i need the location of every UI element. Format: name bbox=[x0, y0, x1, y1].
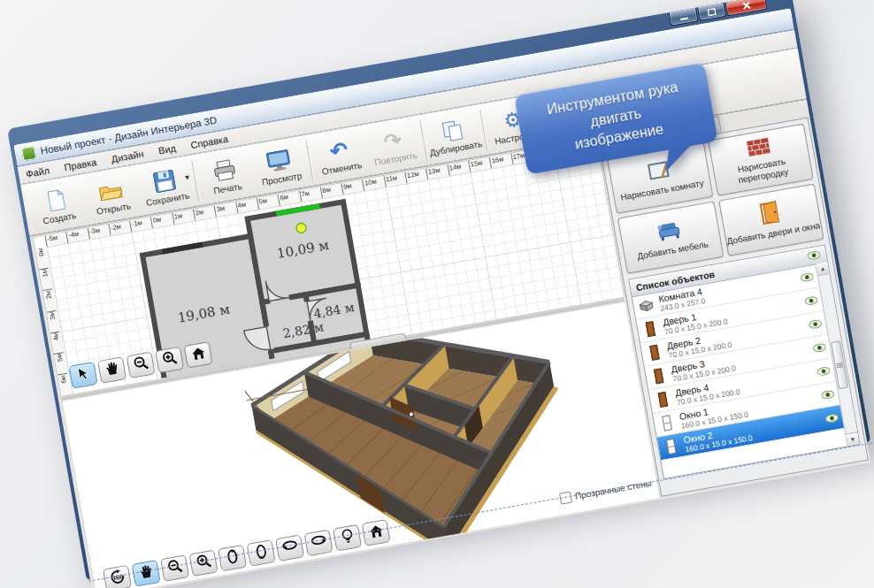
panel-button-furniture[interactable]: Добавить мебель bbox=[617, 202, 724, 274]
obj-window-icon bbox=[662, 438, 680, 456]
toolbar-button-label: Повторить bbox=[373, 150, 418, 167]
object-list: Список объектов Комната 4243.0 x 257.0Дв… bbox=[628, 244, 861, 479]
minimize-icon bbox=[678, 12, 687, 20]
door-icon bbox=[758, 199, 782, 227]
obj-door-icon bbox=[654, 390, 672, 409]
menu-item-файл[interactable]: Файл bbox=[25, 164, 50, 179]
toolbar-button-label: Создать bbox=[42, 210, 77, 225]
save-dropdown-arrow[interactable]: ▼ bbox=[183, 173, 191, 182]
save-floppy-icon bbox=[152, 168, 177, 195]
undo-arrow-icon: ↶ bbox=[328, 137, 349, 163]
rotate-cw-icon bbox=[253, 543, 268, 563]
minimize-button[interactable] bbox=[668, 8, 698, 27]
furniture-icon bbox=[656, 218, 683, 245]
maximize-button[interactable] bbox=[697, 3, 726, 21]
eye-icon bbox=[807, 249, 822, 262]
home-icon bbox=[368, 523, 385, 542]
toolbar-button-label: Сохранить bbox=[145, 190, 190, 207]
scroll-up-button[interactable]: ▲ bbox=[816, 262, 829, 276]
menu-item-дизайн[interactable]: Дизайн bbox=[111, 149, 145, 164]
transparent-walls-label: Прозрачные стены bbox=[574, 478, 652, 501]
toolbar-button-label: Отменить bbox=[321, 160, 363, 177]
new-document-icon bbox=[45, 187, 68, 212]
draw-wall-icon bbox=[746, 136, 772, 160]
light-icon bbox=[341, 528, 354, 548]
orbit-right-icon bbox=[310, 534, 328, 553]
plan-home-button[interactable] bbox=[184, 341, 213, 369]
panel-button-door[interactable]: Добавить двери и окна bbox=[718, 183, 824, 256]
plan-zoom-out-button[interactable] bbox=[126, 351, 156, 378]
rotate-360-icon: 360 bbox=[108, 568, 126, 588]
panel-button-label: Нарисовать перегородку bbox=[713, 152, 811, 188]
toolbar-button-new-document[interactable]: Создать bbox=[26, 176, 88, 234]
zoom-out-icon bbox=[133, 355, 150, 375]
zoom-in-icon bbox=[161, 350, 178, 370]
eye-icon[interactable] bbox=[803, 292, 819, 309]
obj-window-icon bbox=[658, 414, 677, 432]
plan-hand-button[interactable] bbox=[97, 356, 126, 384]
cursor-icon bbox=[75, 365, 90, 385]
eye-icon[interactable] bbox=[811, 339, 827, 356]
toolbar-button-duplicate[interactable]: Дублировать bbox=[423, 106, 486, 164]
zoom-in-icon bbox=[196, 554, 212, 573]
toolbar-button-redo-arrow: ↷Повторить bbox=[363, 117, 426, 175]
eye-icon[interactable] bbox=[824, 409, 840, 427]
menu-item-справка[interactable]: Справка bbox=[189, 134, 229, 150]
object-list-rows: Комната 4243.0 x 257.0Дверь 170.0 x 15.0… bbox=[632, 264, 848, 478]
duplicate-icon bbox=[441, 117, 465, 143]
toolbar-button-printer[interactable]: Печать bbox=[195, 147, 257, 205]
toolbar-button-monitor[interactable]: Просмотр bbox=[249, 137, 311, 195]
plan-cursor-button[interactable] bbox=[69, 362, 98, 389]
plan-zoom-in-button[interactable] bbox=[155, 347, 184, 374]
toolbar-button-open-folder[interactable]: Открыть bbox=[80, 167, 143, 225]
redo-arrow-icon: ↷ bbox=[382, 127, 403, 153]
zoom-out-icon bbox=[166, 558, 183, 577]
home-icon bbox=[190, 346, 207, 364]
orbit-left-icon bbox=[280, 538, 299, 557]
obj-door-icon bbox=[641, 320, 660, 339]
eye-icon[interactable] bbox=[816, 363, 832, 380]
scroll-down-button[interactable]: ▼ bbox=[846, 431, 859, 446]
menu-item-вид[interactable]: Вид bbox=[157, 142, 177, 156]
menu-item-правка[interactable]: Правка bbox=[64, 157, 98, 172]
maximize-icon bbox=[707, 7, 716, 15]
toolbar-button-undo-arrow[interactable]: ↶Отменить bbox=[309, 126, 372, 185]
hint-tooltip-tail bbox=[666, 144, 692, 172]
open-folder-icon bbox=[97, 177, 124, 203]
monitor-icon bbox=[265, 148, 292, 174]
toolbar-button-label: Просмотр bbox=[261, 171, 303, 187]
obj-door-icon bbox=[646, 343, 664, 362]
toolbar-button-label: Дублировать bbox=[429, 139, 483, 157]
rotate-ccw-icon bbox=[225, 548, 240, 569]
obj-door-icon bbox=[649, 367, 668, 386]
panel-button-draw-wall[interactable]: Нарисовать перегородку bbox=[708, 124, 814, 196]
eye-icon[interactable] bbox=[808, 316, 824, 333]
printer-icon bbox=[211, 157, 238, 183]
close-icon bbox=[741, 1, 750, 10]
toolbar-button-save-floppy[interactable]: Сохранить▼ bbox=[134, 157, 197, 216]
eye-icon[interactable] bbox=[799, 268, 815, 286]
app-icon bbox=[21, 145, 36, 160]
app-window: Новый проект - Дизайн Интерьера 3D ФайлП… bbox=[7, 0, 870, 580]
eye-icon[interactable] bbox=[820, 386, 836, 403]
hand-icon bbox=[138, 563, 154, 583]
obj-room-icon bbox=[638, 299, 656, 313]
hand-icon bbox=[104, 360, 120, 379]
